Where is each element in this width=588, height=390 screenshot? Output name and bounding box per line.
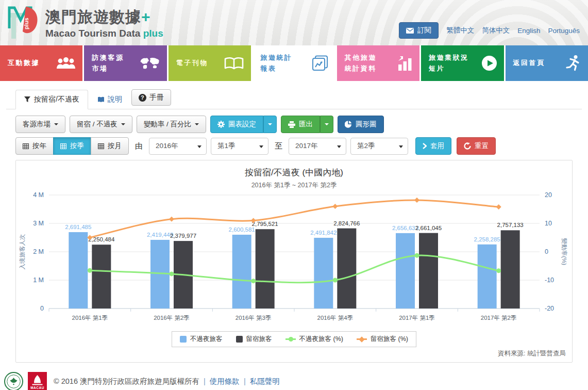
export-label: 匯出	[299, 120, 313, 129]
chart-plot: 0-201 M-102 M03 M104 M202,691,4852,419,4…	[16, 190, 572, 328]
stay-type-dropdown[interactable]: 留宿 / 不過夜	[70, 116, 132, 133]
legend-item[interactable]: 不過夜旅客 (%)	[285, 335, 343, 344]
svg-text:2016年 第2季: 2016年 第2季	[154, 315, 190, 321]
to-year-select[interactable]: 2017年	[289, 138, 346, 155]
chart-settings-button[interactable]: 圖表設定	[210, 116, 263, 133]
nav-tile-label: 市場	[92, 63, 124, 74]
subscribe-button[interactable]: 訂閱	[399, 22, 439, 39]
lang-portuguese[interactable]: Português	[548, 27, 580, 35]
market-dropdown[interactable]: 客源市場	[15, 116, 65, 133]
svg-text:-20: -20	[545, 305, 554, 312]
by-month-button[interactable]: 按月	[91, 137, 129, 155]
nav-tile-tourism-videos[interactable]: 旅遊業狀況 短片	[421, 45, 503, 81]
legend-item[interactable]: 留宿旅客	[236, 335, 272, 344]
pie-chart-button[interactable]: 圓形圖	[338, 116, 384, 133]
nav-tile-interactive-data[interactable]: 互動數據	[0, 45, 82, 81]
tab-info[interactable]: 說明	[90, 90, 129, 109]
to-year-value: 2017年	[295, 141, 318, 151]
runner-icon	[566, 55, 581, 72]
chart-title: 按留宿/不過夜 (中國內地)	[16, 167, 572, 178]
bar-chart-icon	[397, 56, 413, 71]
export-caret-button[interactable]	[320, 116, 333, 133]
filter-funnel-icon	[24, 96, 30, 103]
pie-chart-icon	[345, 121, 352, 128]
site-title-zh: 澳門旅遊數據	[45, 8, 141, 25]
site-title-en: Macao Tourism Data	[45, 28, 140, 39]
market-dropdown-label: 客源市場	[23, 120, 51, 129]
chevron-down-icon	[325, 123, 329, 125]
reset-label: 重置	[475, 141, 489, 151]
nav-tile-tourism-statistics-reports[interactable]: 旅遊統計 報表	[253, 45, 335, 81]
tab-label: 按留宿/不過夜	[34, 95, 79, 104]
lang-english[interactable]: English	[517, 27, 540, 35]
subscribe-label: 訂閱	[417, 26, 431, 35]
svg-text:2,795,521: 2,795,521	[252, 221, 278, 227]
by-month-label: 按月	[108, 141, 122, 151]
period-granularity-group: 按年 按季 按月	[15, 137, 129, 155]
nav-tile-label: 訪澳客源	[92, 53, 124, 63]
lang-simplified-chinese[interactable]: 简体中文	[482, 26, 510, 35]
legend-line-swatch	[285, 338, 296, 340]
site-title-zh-plus: +	[141, 8, 151, 25]
nav-tile-visitor-source-markets[interactable]: 訪澳客源 市場	[84, 45, 166, 81]
reset-button[interactable]: 重置	[457, 137, 496, 155]
chevron-down-icon	[121, 123, 125, 125]
from-quarter-select[interactable]: 第1季	[211, 138, 268, 155]
chart-legend: 不過夜旅客留宿旅客不過夜旅客 (%)留宿旅客 (%)	[172, 331, 416, 347]
svg-text:2017年 第2季: 2017年 第2季	[481, 315, 517, 321]
legend-label: 留宿旅客 (%)	[371, 335, 408, 344]
nav-tile-e-publications[interactable]: 電子刊物	[169, 45, 251, 81]
chart-settings-split-button: 圖表設定	[210, 116, 277, 133]
legend-item[interactable]: 不過夜旅客	[180, 335, 223, 344]
macao-government-seal-icon	[4, 372, 23, 390]
terms-of-use-link[interactable]: 使用條款	[210, 377, 240, 385]
chevron-down-icon	[195, 123, 199, 125]
svg-text:2,491,842: 2,491,842	[310, 230, 337, 236]
macau-tourism-logo-icon: MACAU	[28, 372, 47, 390]
to-quarter-select[interactable]: 第2季	[350, 138, 408, 155]
question-icon	[139, 94, 146, 102]
svg-text:2,661,045: 2,661,045	[415, 225, 442, 231]
nav-tile-other-tourism-statistics[interactable]: 其他旅遊 統計資料	[337, 45, 419, 81]
nav-tile-label: 其他旅遊	[345, 53, 377, 63]
svg-text:2,757,133: 2,757,133	[497, 222, 524, 228]
svg-text:2,656,633: 2,656,633	[392, 225, 418, 231]
tab-by-overnight-filter[interactable]: 按留宿/不過夜	[15, 90, 88, 109]
by-quarter-button[interactable]: 按季	[53, 137, 91, 155]
by-year-button[interactable]: 按年	[15, 137, 54, 155]
lang-traditional-chinese[interactable]: 繁體中文	[446, 26, 474, 35]
legend-label: 不過夜旅客 (%)	[299, 335, 343, 344]
chart-settings-label: 圖表設定	[228, 120, 256, 129]
table-grid-icon	[23, 143, 29, 149]
privacy-statement-link[interactable]: 私隱聲明	[250, 377, 280, 385]
filter-toolbar: 客源市場 留宿 / 不過夜 變動率 / 百分比 圖表設定 匯出 圓形圖	[15, 116, 588, 133]
envelope-icon	[406, 28, 414, 34]
legend-label: 留宿旅客	[246, 335, 272, 344]
from-year-select[interactable]: 2016年	[149, 138, 207, 155]
table-grid-icon	[98, 143, 104, 149]
nav-tile-label: 返回首頁	[513, 58, 545, 69]
nav-tile-back-to-home[interactable]: 返回首頁	[506, 45, 588, 81]
nav-tile-label: 統計資料	[345, 63, 377, 74]
printer-icon	[288, 121, 295, 128]
apply-button[interactable]: 套用	[415, 137, 451, 155]
svg-text:-10: -10	[545, 277, 554, 284]
svg-text:2,824,766: 2,824,766	[333, 220, 360, 226]
svg-text:2,419,448: 2,419,448	[147, 232, 173, 238]
nav-tile-label: 短片	[429, 63, 469, 74]
rate-type-dropdown[interactable]: 變動率 / 百分比	[137, 116, 206, 133]
copyright-text: © 2016 澳門特別行政區政府旅遊局版權所有	[54, 377, 199, 385]
legend-item[interactable]: 留宿旅客 (%)	[357, 335, 408, 344]
legend-label: 不過夜旅客	[190, 335, 223, 344]
period-toolbar: 按年 按季 按月 由 2016年 第1季 至 2017年 第2季 套用 重置	[15, 137, 588, 155]
export-button[interactable]: 匯出	[281, 116, 320, 133]
svg-text:2,258,285: 2,258,285	[474, 236, 500, 242]
chart-settings-caret-button[interactable]	[263, 116, 277, 133]
chevron-down-icon	[337, 145, 341, 148]
gear-icon	[217, 121, 225, 128]
tab-label: 說明	[108, 95, 122, 104]
from-quarter-value: 第1季	[217, 141, 236, 151]
manual-button[interactable]: 手冊	[131, 89, 171, 106]
svg-text:3 M: 3 M	[33, 220, 44, 227]
chart-subtitle: 2016年 第1季 ~ 2017年 第2季	[16, 181, 572, 190]
